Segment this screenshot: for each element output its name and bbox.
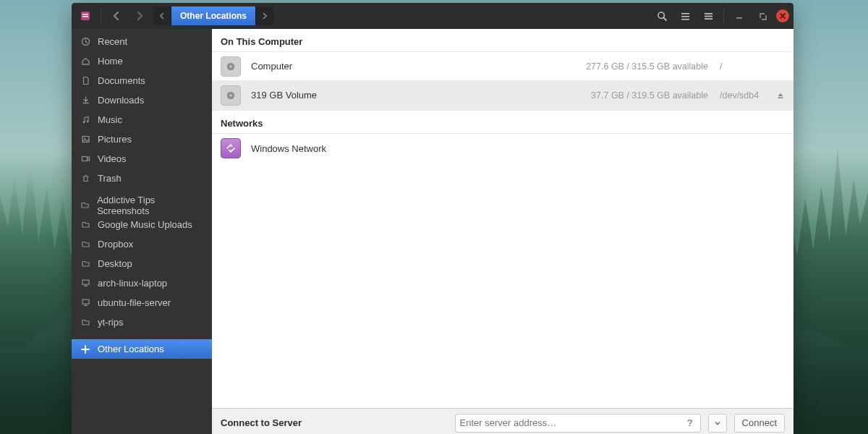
sidebar-bookmark-google-music-uploads[interactable]: Google Music Uploads [72, 215, 212, 234]
sidebar-item-videos[interactable]: Videos [72, 149, 212, 169]
image-icon [80, 135, 90, 144]
svg-line-4 [663, 17, 666, 20]
window-minimize-button[interactable] [730, 7, 749, 25]
header-separator [101, 9, 101, 22]
svg-rect-1 [82, 14, 88, 15]
sidebar-bookmark-dropbox[interactable]: Dropbox [72, 234, 212, 254]
sidebar-item-home[interactable]: Home [72, 51, 212, 71]
sidebar-item-label: Pictures [98, 134, 132, 145]
connect-button[interactable]: Connect [734, 414, 785, 433]
svg-point-14 [86, 121, 88, 123]
svg-point-23 [229, 94, 231, 96]
svg-rect-7 [681, 19, 689, 20]
eject-button[interactable] [776, 91, 785, 100]
app-icon[interactable] [76, 7, 95, 25]
svg-rect-11 [736, 17, 742, 19]
svg-rect-9 [705, 15, 712, 17]
folder-icon [80, 220, 90, 229]
sidebar-bookmark-desktop[interactable]: Desktop [72, 254, 212, 273]
svg-rect-10 [705, 18, 712, 20]
hamburger-menu-button[interactable] [699, 7, 718, 25]
svg-rect-6 [681, 16, 689, 17]
server-address-input[interactable] [460, 417, 684, 428]
nav-forward-button[interactable] [130, 7, 149, 25]
volume-path: /dev/sdb4 [720, 90, 770, 101]
server-address-field: ? [455, 414, 701, 433]
network-icon [221, 138, 241, 158]
harddisk-icon [221, 85, 241, 106]
sidebar-item-documents[interactable]: Documents [72, 71, 212, 90]
window-maximize-button[interactable] [753, 7, 772, 25]
clock-icon [80, 37, 90, 46]
folder-icon [80, 200, 90, 210]
sidebar-item-label: Dropbox [98, 239, 133, 250]
sidebar-bookmark-yt-rips[interactable]: yt-rips [72, 312, 212, 332]
svg-rect-18 [82, 280, 89, 284]
sidebar-item-label: Other Locations [98, 344, 164, 354]
volume-path: / [720, 61, 770, 72]
pathbar-prev-button[interactable] [153, 7, 171, 25]
volume-name: Computer [251, 61, 292, 72]
sidebar-item-label: Home [98, 56, 123, 67]
sidebar-item-label: Music [98, 114, 122, 125]
header-bar: Other Locations [72, 3, 793, 29]
plus-icon [80, 345, 90, 354]
svg-rect-24 [778, 97, 783, 98]
sidebar-item-label: Downloads [98, 95, 144, 106]
network-row[interactable]: Windows Network [212, 134, 793, 163]
svg-rect-17 [82, 157, 87, 161]
section-on-this-computer: On This Computer [212, 29, 793, 52]
sidebar-bookmark-arch-linux-laptop[interactable]: arch-linux-laptop [72, 273, 212, 293]
sidebar-other-locations[interactable]: Other Locations [72, 339, 212, 359]
pathbar-next-button[interactable] [256, 7, 273, 25]
volume-row[interactable]: Computer277.6 GB / 315.5 GB available/ [212, 52, 793, 81]
sidebar-item-music[interactable]: Music [72, 110, 212, 129]
sidebar-item-downloads[interactable]: Downloads [72, 90, 212, 110]
network-folder-icon [80, 298, 90, 307]
sidebar-bookmark-ubuntu-file-server[interactable]: ubuntu-file-server [72, 293, 212, 312]
sidebar-item-label: Recent [98, 36, 127, 47]
header-separator-2 [723, 9, 724, 22]
sidebar-item-label: yt-rips [98, 317, 123, 328]
sidebar-item-label: Trash [98, 173, 122, 184]
network-name: Windows Network [251, 143, 326, 154]
volume-meta: 277.6 GB / 315.5 GB available [586, 61, 708, 72]
content-pane: On This Computer Computer277.6 GB / 315.… [212, 29, 793, 434]
sidebar: RecentHomeDocumentsDownloadsMusicPicture… [72, 29, 212, 434]
sidebar-item-label: arch-linux-laptop [98, 278, 167, 289]
network-folder-icon [80, 278, 90, 288]
sidebar-item-trash[interactable]: Trash [72, 169, 212, 188]
document-icon [80, 76, 90, 85]
trash-icon [80, 174, 90, 183]
sidebar-item-pictures[interactable]: Pictures [72, 129, 212, 149]
sidebar-item-label: Addictive Tips Screenshots [97, 195, 203, 216]
view-list-button[interactable] [676, 7, 694, 25]
search-button[interactable] [652, 7, 671, 25]
pathbar-current[interactable]: Other Locations [171, 7, 256, 25]
home-icon [80, 56, 90, 66]
svg-rect-19 [82, 299, 89, 304]
sidebar-bookmark-addictive-tips-screenshots[interactable]: Addictive Tips Screenshots [72, 195, 212, 215]
svg-rect-5 [681, 13, 689, 14]
connect-label: Connect to Server [221, 417, 302, 428]
files-window: Other Locations RecentHomeDocuments [72, 3, 793, 434]
volume-name: 319 GB Volume [251, 90, 317, 101]
sidebar-item-label: Google Music Uploads [98, 219, 192, 230]
path-bar: Other Locations [153, 7, 273, 25]
folder-icon [80, 239, 90, 249]
sidebar-item-recent[interactable]: Recent [72, 32, 212, 51]
sidebar-item-label: Videos [98, 153, 127, 164]
connect-to-server-bar: Connect to Server ? Connect [212, 408, 793, 434]
server-help-button[interactable]: ? [684, 417, 696, 428]
window-close-button[interactable] [776, 9, 789, 22]
nav-back-button[interactable] [107, 7, 126, 25]
server-history-dropdown[interactable] [708, 414, 727, 433]
video-icon [80, 154, 90, 163]
sidebar-item-label: ubuntu-file-server [98, 297, 171, 308]
download-icon [80, 95, 90, 105]
folder-icon [80, 318, 90, 327]
volume-row[interactable]: 319 GB Volume37.7 GB / 319.5 GB availabl… [212, 81, 793, 110]
volume-meta: 37.7 GB / 319.5 GB available [591, 90, 708, 101]
svg-point-16 [84, 137, 85, 139]
sidebar-item-label: Desktop [98, 258, 132, 269]
